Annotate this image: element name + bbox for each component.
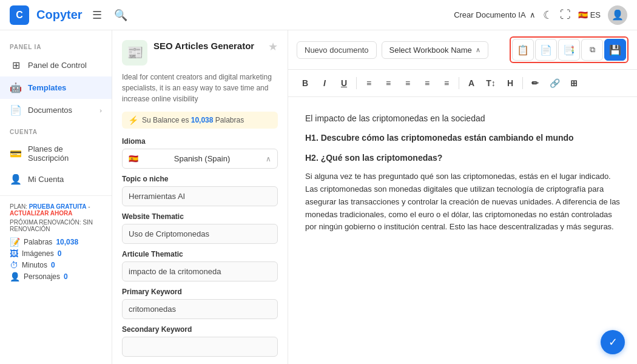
editor-panel: Nuevo documento Select Workbook Name ∧ 📋… — [288, 30, 637, 364]
align-left-button[interactable]: ≡ — [360, 75, 377, 92]
sidebar: PANEL IA ⊞ Panel de Control 🤖 Templates … — [0, 30, 112, 364]
workbook-label: Select Workbook Name — [389, 46, 472, 55]
language-selector[interactable]: 🇪🇸 ES — [578, 10, 601, 19]
balance-label: Su Balance es — [142, 116, 189, 124]
arrow-icon: › — [99, 107, 102, 114]
renovacion-text: PRÓXIMA RENOVACIÓN: SIN RENOVACIÓN — [10, 219, 102, 232]
balance-unit: Palabras — [215, 116, 244, 124]
header: C Copyter ☰ 🔍 Crear Documento IA ∧ ☾ ⛶ 🇪… — [0, 0, 637, 30]
personajes-icon: 👤 — [10, 272, 20, 281]
header-right: Crear Documento IA ∧ ☾ ⛶ 🇪🇸 ES 👤 — [454, 5, 627, 25]
secondary-label: Secondary Keyword — [122, 325, 278, 334]
plan-label: PLAN: — [10, 203, 27, 210]
clone-button[interactable]: ⧉ — [581, 39, 603, 61]
align-center-button[interactable]: ≡ — [380, 75, 397, 92]
content-line-3: Si alguna vez te has preguntado qué son … — [305, 170, 620, 234]
card-icon: 💳 — [10, 148, 22, 160]
personajes-value: 0 — [64, 272, 68, 281]
font-color-button[interactable]: A — [463, 75, 480, 92]
idioma-value: Spanish (Spain) — [174, 154, 231, 163]
favorite-star-icon[interactable]: ★ — [268, 40, 278, 53]
idioma-label: Idioma — [122, 137, 278, 146]
bold-button[interactable]: B — [297, 75, 314, 92]
tool-header: 📰 SEO Articles Generator ★ — [122, 40, 278, 66]
content-line-0: El impacto de las criptomonedas en la so… — [305, 112, 620, 125]
panel-ia-label: PANEL IA — [0, 44, 112, 54]
separator-3 — [522, 77, 523, 89]
website-label: Website Thematic — [122, 212, 278, 221]
idioma-select[interactable]: 🇪🇸 Spanish (Spain) ∧ — [122, 149, 278, 169]
sidebar-item-panel-control[interactable]: ⊞ Panel de Control — [0, 54, 112, 76]
new-doc-button[interactable]: 📄 — [535, 39, 557, 61]
search-icon[interactable]: 🔍 — [114, 8, 127, 22]
middle-panel: 📰 SEO Articles Generator ★ Ideal for con… — [112, 30, 288, 364]
credit-palabras: 📝 Palabras 10,038 — [10, 237, 102, 247]
editor-topbar: Nuevo documento Select Workbook Name ∧ 📋… — [288, 30, 637, 70]
credit-minutos: ⏱ Minutos 0 — [10, 260, 102, 270]
expand-icon[interactable]: ⛶ — [560, 8, 571, 21]
sidebar-item-mi-cuenta[interactable]: 👤 Mi Cuenta — [0, 168, 112, 190]
credit-imagenes: 🖼 Imágenes 0 — [10, 249, 102, 258]
sidebar-label-documentos: Documentos — [28, 106, 72, 115]
primary-input[interactable] — [122, 299, 278, 319]
palabras-label: Palabras — [24, 238, 52, 246]
font-size-button[interactable]: T↕ — [482, 75, 499, 92]
imagenes-label: Imágenes — [22, 249, 54, 258]
sidebar-label-templates: Templates — [28, 83, 66, 92]
hamburger-icon[interactable]: ☰ — [92, 8, 102, 22]
avatar[interactable]: 👤 — [608, 5, 627, 25]
website-input[interactable] — [122, 224, 278, 244]
credit-personajes: 👤 Personajes 0 — [10, 272, 102, 281]
topic-input[interactable] — [122, 186, 278, 206]
link-button[interactable]: 🔗 — [546, 75, 563, 92]
editor-toolbar: B I U ≡ ≡ ≡ ≡ ≡ A T↕ H ✏ 🔗 ⊞ — [288, 70, 637, 97]
sidebar-item-templates[interactable]: 🤖 Templates — [0, 76, 112, 99]
minutos-icon: ⏱ — [10, 260, 18, 270]
list-button[interactable]: ≡ — [438, 75, 455, 92]
chevron-up-icon: ∧ — [530, 10, 536, 19]
tool-title: SEO Articles Generator — [153, 40, 262, 52]
heading-button[interactable]: H — [502, 75, 519, 92]
secondary-input[interactable] — [122, 337, 278, 357]
table-button[interactable]: ⊞ — [565, 75, 582, 92]
check-icon: ✓ — [608, 334, 618, 351]
underline-button[interactable]: U — [335, 75, 352, 92]
moon-icon[interactable]: ☾ — [543, 8, 553, 22]
italic-button[interactable]: I — [316, 75, 333, 92]
align-right-button[interactable]: ≡ — [399, 75, 416, 92]
doc-name-button[interactable]: Nuevo documento — [297, 41, 377, 59]
document-icon: 📄 — [10, 104, 22, 116]
minutos-label: Minutos — [22, 261, 47, 269]
robot-icon: 🤖 — [10, 82, 22, 93]
separator-1 — [356, 77, 357, 89]
logo-text: Copyter — [36, 8, 83, 22]
confirm-button[interactable]: ✓ — [601, 330, 625, 354]
sidebar-label-planes: Planes de Suscripción — [28, 144, 102, 163]
sidebar-item-planes[interactable]: 💳 Planes de Suscripción — [0, 139, 112, 168]
new-icon: 📄 — [540, 44, 552, 56]
editor-content[interactable]: El impacto de las criptomonedas en la so… — [288, 97, 637, 364]
article-input[interactable] — [122, 261, 278, 281]
justify-button[interactable]: ≡ — [419, 75, 436, 92]
plan-sep: - — [88, 203, 90, 210]
tool-description: Ideal for content creators and digital m… — [122, 72, 278, 104]
plan-actualizar[interactable]: ACTUALIZAR AHORA — [10, 210, 73, 217]
cuenta-label: CUENTA — [0, 129, 112, 139]
seo-icon: 📰 — [127, 45, 143, 61]
crear-documento-button[interactable]: Crear Documento IA ∧ — [454, 10, 536, 19]
sidebar-label-mi-cuenta: Mi Cuenta — [28, 175, 64, 184]
sidebar-label-panel: Panel de Control — [28, 61, 87, 70]
save-button[interactable]: 💾 — [604, 39, 626, 61]
idioma-flag: 🇪🇸 — [129, 154, 138, 163]
draw-button[interactable]: ✏ — [527, 75, 544, 92]
workbook-select-button[interactable]: Select Workbook Name ∧ — [382, 41, 488, 59]
balance-value: 10,038 — [191, 116, 214, 124]
sidebar-item-documentos[interactable]: 📄 Documentos › — [0, 99, 112, 121]
copy-doc-button[interactable]: 📋 — [512, 39, 534, 61]
plan-prueba: PRUEBA GRATUITA — [29, 203, 87, 210]
lightning-icon: ⚡ — [128, 115, 138, 125]
grid-icon: ⊞ — [10, 59, 22, 71]
user-icon: 👤 — [10, 174, 22, 185]
palabras-value: 10,038 — [56, 238, 78, 246]
pages-button[interactable]: 📑 — [558, 39, 580, 61]
